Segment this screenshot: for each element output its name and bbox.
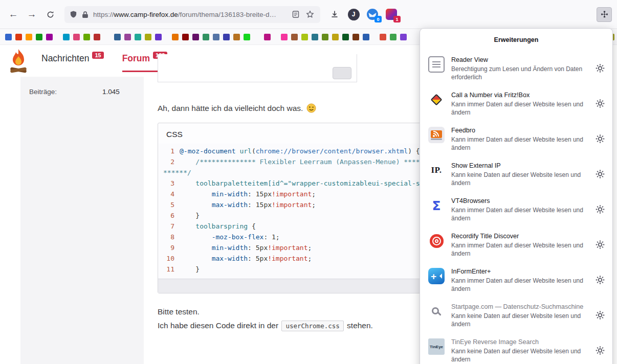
wink-emoji-icon [306, 103, 316, 113]
code-token: ; [312, 201, 316, 209]
bookmark-favicon[interactable] [281, 34, 288, 40]
extension-permission-text: Kann immer Daten auf dieser Website lese… [451, 277, 589, 293]
bookmark-favicon[interactable] [94, 34, 100, 40]
extension-item[interactable]: ΣVT4BrowsersKann immer Daten auf dieser … [420, 192, 612, 228]
startpage-extension-icon [428, 303, 445, 320]
bookmark-favicon[interactable] [223, 34, 230, 40]
line-number: 5 [163, 199, 174, 210]
recordify-extension-icon [428, 233, 445, 249]
extensions-list: Reader ViewBerechtigung zum Lesen und Än… [420, 48, 612, 364]
code-token: -moz-box-flex [212, 233, 264, 241]
tracking-protection-shield-icon[interactable] [70, 10, 77, 18]
bookmark-favicon[interactable] [135, 34, 141, 40]
bookmark-favicon[interactable] [301, 34, 308, 40]
extension-item[interactable]: TinEyeTinEye Reverse Image SearchKann ke… [420, 333, 612, 364]
bookmark-star-button[interactable] [305, 9, 315, 19]
gear-icon [596, 310, 605, 320]
quote-toggle-button[interactable] [333, 67, 351, 79]
post-text-line: Bitte testen. [158, 305, 373, 318]
bookmark-favicon[interactable] [352, 34, 359, 40]
inline-code: userChrome.css [281, 321, 343, 331]
bookmark-favicon[interactable] [400, 34, 407, 40]
url-text: https://www.camp-firefox.de/forum/thema/… [93, 11, 287, 18]
extension-settings-button[interactable] [594, 132, 606, 146]
back-button[interactable]: ← [5, 6, 21, 22]
url-bar[interactable]: https://www.camp-firefox.de/forum/thema/… [64, 6, 320, 23]
bookmark-favicon[interactable] [342, 34, 349, 40]
bookmark-favicon[interactable] [380, 34, 386, 40]
extension-settings-button[interactable] [594, 168, 606, 181]
extension-settings-button[interactable] [594, 62, 606, 76]
bookmark-favicon[interactable] [124, 34, 131, 40]
gear-icon [596, 240, 605, 249]
reload-button[interactable] [42, 6, 58, 22]
extension-badge: 1 [393, 16, 401, 22]
bookmark-favicon[interactable] [15, 34, 22, 40]
code-token: 5px [256, 244, 268, 252]
bookmark-favicon[interactable] [192, 34, 199, 40]
nav-label: Forum [122, 53, 150, 64]
extension-item[interactable]: FeedbroKann immer Daten auf dieser Websi… [420, 122, 612, 157]
profile-button[interactable]: J [346, 7, 361, 21]
reader-mode-icon [292, 11, 299, 18]
extension-item[interactable]: +InFormEnter+Kann immer Daten auf dieser… [420, 263, 612, 298]
post-text: stehen. [345, 321, 373, 330]
code-token [180, 201, 212, 209]
bookmark-favicon[interactable] [264, 34, 271, 40]
bookmark-favicon[interactable] [83, 34, 90, 40]
campfire-logo[interactable] [8, 48, 29, 74]
bookmark-favicon[interactable] [5, 34, 12, 40]
bookmark-favicon[interactable] [244, 34, 250, 40]
bookmark-favicon[interactable] [182, 34, 189, 40]
extension-settings-button[interactable] [594, 344, 606, 358]
extension-item[interactable]: Reader ViewBerechtigung zum Lesen und Än… [420, 51, 612, 86]
notification-extension-button[interactable]: 1 [384, 7, 399, 21]
downloads-button[interactable] [327, 7, 342, 21]
bookmark-favicon[interactable] [114, 34, 121, 40]
nav-item-nachrichten[interactable]: Nachrichten15 [41, 53, 104, 72]
bookmark-favicon[interactable] [312, 34, 318, 40]
code-token: !important [272, 201, 312, 209]
code-token: 15px [256, 201, 272, 209]
bookmark-favicon[interactable] [46, 34, 53, 40]
code-token: } [180, 265, 200, 273]
mail-extension-button[interactable]: 0 [365, 7, 380, 21]
bookmark-favicon[interactable] [36, 34, 42, 40]
bookmark-favicon[interactable] [73, 34, 80, 40]
code-token: !important [268, 255, 307, 262]
extension-settings-button[interactable] [594, 97, 606, 111]
forward-button[interactable]: → [24, 6, 40, 22]
reload-icon [47, 11, 54, 18]
code-token: toolbarspring [180, 222, 252, 230]
bookmark-favicon[interactable] [145, 34, 151, 40]
code-token: : [263, 233, 272, 241]
bookmark-favicon[interactable] [322, 34, 328, 40]
lock-icon[interactable] [82, 11, 89, 18]
extension-permission-text: Berechtigung zum Lesen und Ändern von Da… [451, 65, 589, 81]
extension-item[interactable]: IP.Show External IPKann keine Daten auf … [420, 157, 612, 192]
bookmark-favicon[interactable] [390, 34, 396, 40]
bookmark-favicon[interactable] [363, 34, 369, 40]
code-token: max-width [212, 201, 248, 209]
bookmark-favicon[interactable] [172, 34, 179, 40]
bookmark-favicon[interactable] [213, 34, 219, 40]
extension-settings-button[interactable] [594, 274, 606, 287]
extension-item[interactable]: Startpage.com — Datenschutz-Suchmaschine… [420, 298, 612, 333]
collapsed-quote [158, 54, 357, 82]
code-token: 5px [256, 255, 268, 262]
bookmark-favicon[interactable] [332, 34, 339, 40]
extension-item[interactable]: Recordify Title DiscoverKann immer Daten… [420, 228, 612, 263]
bookmark-favicon[interactable] [26, 34, 32, 40]
bookmark-favicon[interactable] [233, 34, 240, 40]
bookmark-favicon[interactable] [203, 34, 209, 40]
extension-settings-button[interactable] [594, 203, 606, 217]
extensions-menu-button[interactable] [597, 7, 612, 22]
code-token: : [248, 201, 256, 209]
extension-settings-button[interactable] [594, 238, 606, 252]
bookmark-favicon[interactable] [291, 34, 298, 40]
bookmark-favicon[interactable] [155, 34, 162, 40]
reader-mode-button[interactable] [291, 10, 300, 19]
bookmark-favicon[interactable] [63, 34, 70, 40]
extension-item[interactable]: Call a Number via Fritz!BoxKann immer Da… [420, 86, 612, 122]
extension-settings-button[interactable] [594, 309, 606, 323]
